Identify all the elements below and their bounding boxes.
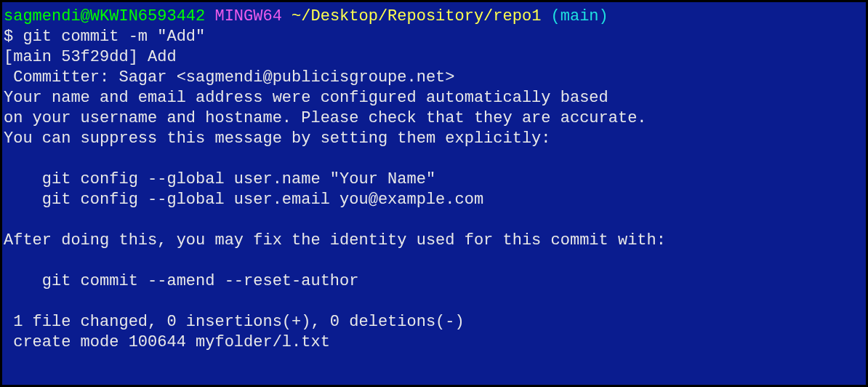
output-line: git config --global user.email you@examp…	[4, 191, 483, 209]
command-line: $ git commit -m "Add"	[4, 28, 205, 46]
output-line: git commit --amend --reset-author	[4, 272, 358, 290]
output-line: [main 53f29dd] Add	[4, 48, 177, 66]
output-line: create mode 100644 myfolder/l.txt	[4, 333, 330, 351]
output-line: You can suppress this message by setting…	[4, 129, 551, 148]
output-line: git config --global user.name "Your Name…	[4, 170, 435, 188]
output-line: After doing this, you may fix the identi…	[4, 231, 666, 250]
prompt-branch: (main)	[551, 7, 608, 25]
terminal-window[interactable]: sagmendi@WKWIN6593442 MINGW64 ~/Desktop/…	[4, 7, 864, 353]
output-line: Your name and email address were configu…	[4, 89, 608, 107]
output-line: on your username and hostname. Please ch…	[4, 109, 647, 127]
prompt-env: MINGW64	[214, 7, 281, 25]
prompt-user-host: sagmendi@WKWIN6593442	[4, 7, 205, 25]
output-line: 1 file changed, 0 insertions(+), 0 delet…	[4, 313, 465, 331]
output-line: Committer: Sagar <sagmendi@publicisgroup…	[4, 68, 455, 87]
prompt-path: ~/Desktop/Repository/repo1	[292, 7, 541, 25]
